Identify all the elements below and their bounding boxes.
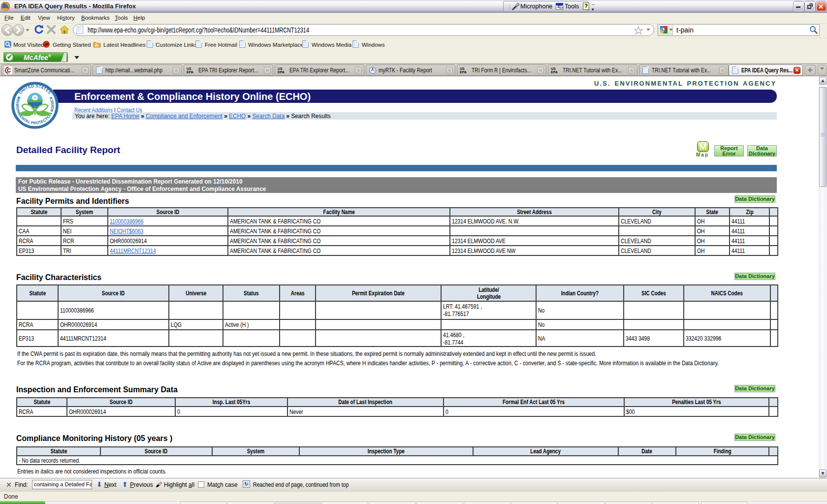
svg-text:C: C: [7, 67, 11, 73]
